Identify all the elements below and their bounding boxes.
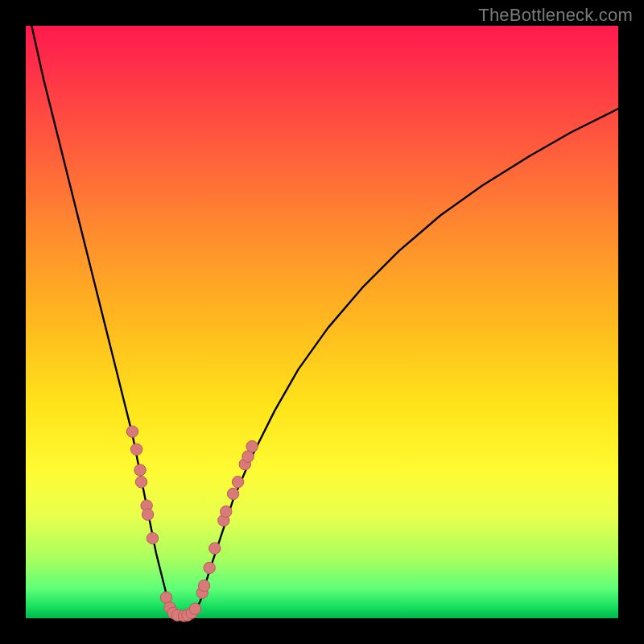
chart-frame: TheBottleneck.com [0,0,644,644]
chart-svg [26,26,618,618]
marker-dot [135,477,147,488]
marker-dot [246,440,258,452]
marker-dot [232,477,243,488]
highlighted-points [126,426,258,621]
marker-dot [227,488,238,499]
marker-dot [204,562,215,573]
watermark-text: TheBottleneck.com [478,5,633,26]
marker-dot [126,426,138,437]
marker-dot [209,543,221,554]
marker-dot [189,603,200,614]
marker-dot [142,509,153,520]
marker-dot [130,444,142,455]
marker-dot [198,580,209,591]
plot-area [26,26,618,618]
bottleneck-curve [31,26,618,618]
marker-dot [221,506,232,517]
marker-dot [134,464,146,476]
marker-dot [147,532,158,543]
